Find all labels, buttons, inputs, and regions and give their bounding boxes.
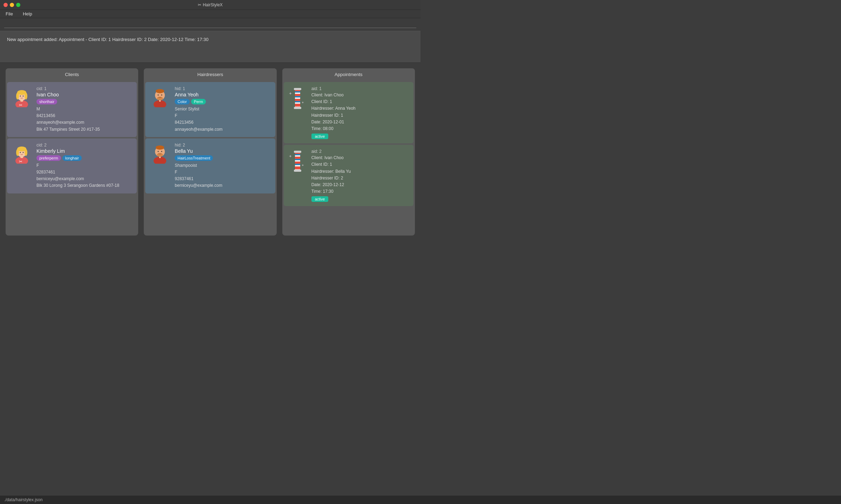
svg-text:✦: ✦ (301, 101, 304, 104)
svg-point-17 (23, 152, 24, 153)
svg-point-29 (157, 153, 163, 157)
appointment-info-1: aid: 1 Client: Ivan Choo Client ID: 1 Ha… (311, 86, 409, 139)
app-title: ✂ HairStyleX (198, 2, 223, 7)
appointment-aid-1: aid: 1 (311, 86, 409, 91)
client-tags-1: shorthair (36, 99, 133, 104)
client-card-1[interactable]: ✂ cid: 1 Ivan Choo (7, 82, 137, 137)
svg-point-21 (156, 89, 164, 93)
hairdressers-panel-header: Hairdressers (144, 68, 276, 81)
maximize-button[interactable] (16, 3, 20, 7)
hairdresser-detail-1: Senior Stylist F 84213456 annayeoh@examp… (175, 106, 271, 133)
svg-rect-52 (294, 151, 301, 153)
titlebar: ✂ HairStyleX (0, 0, 420, 10)
appointments-panel: Appointments (282, 68, 415, 236)
appointments-panel-header: Appointments (282, 68, 415, 81)
clients-panel-header: Clients (6, 68, 138, 81)
svg-rect-39 (295, 101, 300, 102)
hairdresser-info-1: hid: 1 Anna Yeoh Color Perm Senior Styli… (175, 86, 271, 133)
svg-text:✂: ✂ (19, 103, 22, 107)
svg-point-23 (158, 95, 159, 96)
hairdressers-panel-body: hid: 1 Anna Yeoh Color Perm Senior Styli… (144, 81, 276, 236)
client-tag-1-0: shorthair (36, 99, 57, 104)
svg-point-30 (158, 151, 159, 152)
svg-point-16 (20, 152, 21, 153)
svg-point-24 (161, 95, 162, 96)
hairdresser-card-2[interactable]: hid: 2 Bella Yu HairLossTreatment Shampo… (145, 138, 275, 193)
appointment-aid-2: aid: 2 (311, 149, 409, 154)
hairdressers-panel: Hairdressers (144, 68, 276, 236)
client-detail-2: F 92837461 berniceyu@example.com Blk 30 … (36, 162, 133, 189)
svg-point-22 (157, 97, 163, 100)
client-info-1: cid: 1 Ivan Choo shorthair M 84213456 an… (36, 86, 133, 133)
svg-point-14 (16, 149, 19, 156)
svg-text:✦: ✦ (289, 91, 292, 96)
svg-point-28 (156, 145, 164, 150)
minimize-button[interactable] (10, 3, 14, 7)
inputbar (0, 18, 420, 31)
svg-point-6 (25, 93, 27, 100)
barber-pole-icon-2: ✦ ✦ (288, 149, 307, 173)
client-tag-2-0: preferperm (36, 155, 61, 161)
appointments-panel-body: ✦ ✦ aid: 1 Client: Ivan Choo Client ID: … (282, 81, 415, 236)
appointment-info-2: aid: 2 Client: Ivan Choo Client ID: 1 Ha… (311, 149, 409, 202)
svg-rect-36 (295, 104, 300, 107)
svg-rect-41 (294, 107, 301, 109)
status-badge-2: active (311, 196, 329, 202)
svg-point-5 (16, 93, 19, 100)
svg-rect-37 (295, 91, 300, 93)
menubar: File Help (0, 10, 420, 18)
client-card-2[interactable]: ✂ cid: 2 Kimberly Lim preferperm longha (7, 138, 137, 193)
hairdresser-tag-1-0: Color (175, 99, 189, 104)
client-cid-1: cid: 1 (36, 86, 133, 91)
file-menu[interactable]: File (4, 11, 15, 17)
client-cid-2: cid: 2 (36, 143, 133, 148)
client-tag-2-1: longhair (62, 155, 82, 161)
client-detail-1: M 84213456 annayeoh@example.com Blk 47 T… (36, 106, 133, 133)
notification-text: New appointment added: Appointment - Cli… (7, 37, 208, 42)
svg-rect-51 (295, 164, 300, 165)
svg-point-8 (23, 96, 24, 97)
hairdresser-card-1[interactable]: hid: 1 Anna Yeoh Color Perm Senior Styli… (145, 82, 275, 137)
clients-panel-body: ✂ cid: 1 Ivan Choo (6, 81, 138, 236)
client-avatar-2: ✂ (11, 143, 32, 164)
svg-rect-53 (294, 170, 301, 172)
help-menu[interactable]: Help (21, 11, 34, 17)
appointment-card-2[interactable]: ✦ ✦ aid: 2 Client: Ivan Choo Client ID: … (284, 145, 413, 206)
barber-pole-icon-1: ✦ ✦ (288, 86, 307, 111)
hairdresser-tags-2: HairLossTreatment (175, 155, 271, 161)
svg-text:✦: ✦ (289, 154, 292, 159)
scissors-icon: ✂ (198, 2, 201, 7)
svg-rect-38 (295, 96, 300, 97)
appointment-card-1[interactable]: ✦ ✦ aid: 1 Client: Ivan Choo Client ID: … (284, 82, 413, 143)
main-content: Clients ✂ (0, 63, 420, 241)
svg-point-31 (161, 151, 162, 152)
svg-text:✦: ✦ (301, 163, 304, 167)
hairdresser-name-1: Anna Yeoh (175, 92, 271, 97)
hairdresser-avatar-1 (149, 86, 170, 107)
client-avatar-1: ✂ (11, 86, 32, 107)
svg-rect-49 (295, 154, 300, 155)
hairdresser-tag-2-0: HairLossTreatment (175, 155, 213, 161)
appointment-detail-2: Client: Ivan Choo Client ID: 1 Hairdress… (311, 155, 409, 195)
hairdresser-tags-1: Color Perm (175, 99, 271, 104)
svg-point-15 (25, 149, 27, 156)
notification-bar: New appointment added: Appointment - Cli… (0, 31, 420, 63)
hairdresser-hid-1: hid: 1 (175, 86, 271, 91)
hairdresser-detail-2: Shampooist F 92837461 berniceyu@example.… (175, 162, 271, 189)
hairdresser-info-2: hid: 2 Bella Yu HairLossTreatment Shampo… (175, 143, 271, 189)
hairdresser-hid-2: hid: 2 (175, 143, 271, 148)
hairdresser-avatar-2 (149, 143, 170, 164)
hairdresser-tag-1-1: Perm (191, 99, 206, 104)
status-badge-1: active (311, 134, 329, 139)
client-tags-2: preferperm longhair (36, 155, 133, 161)
hairdresser-name-2: Bella Yu (175, 148, 271, 154)
svg-text:✂: ✂ (19, 159, 22, 164)
traffic-lights (4, 3, 20, 7)
client-info-2: cid: 2 Kimberly Lim preferperm longhair … (36, 143, 133, 189)
client-name-1: Ivan Choo (36, 92, 133, 97)
svg-rect-48 (295, 166, 300, 169)
close-button[interactable] (4, 3, 8, 7)
command-input[interactable] (4, 21, 416, 28)
client-name-2: Kimberly Lim (36, 148, 133, 154)
svg-rect-50 (295, 159, 300, 160)
